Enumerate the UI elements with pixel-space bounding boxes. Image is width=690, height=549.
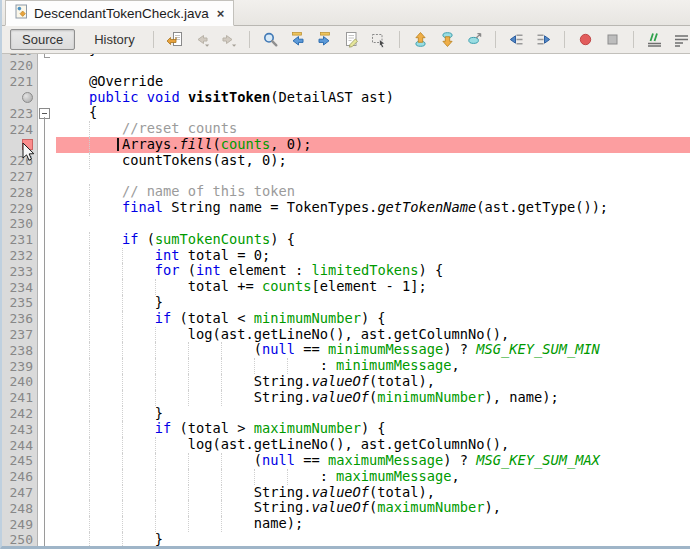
line-number-gutter[interactable]: 235 [2, 295, 38, 311]
code-text[interactable]: for (int element : limitedTokens) { [56, 263, 690, 279]
history-view-button[interactable]: History [83, 30, 145, 49]
line-number-gutter[interactable]: 243 [2, 421, 38, 437]
comment-icon[interactable] [643, 29, 666, 51]
code-text[interactable]: (null == maximumMessage) ? MSG_KEY_SUM_M… [56, 453, 690, 469]
code-text[interactable]: String.valueOf(minimumNumber), name); [56, 390, 690, 406]
code-text[interactable]: countTokens(ast, 0); [56, 153, 690, 169]
line-number-gutter[interactable]: 247 [2, 485, 38, 501]
code-text[interactable]: { [56, 105, 690, 121]
fold-margin [38, 200, 56, 216]
code-text[interactable]: int total = 0; [56, 248, 690, 264]
code-text[interactable]: } [56, 295, 690, 311]
code-text[interactable] [56, 58, 690, 74]
code-text[interactable]: final String name = TokenTypes.getTokenN… [56, 200, 690, 216]
line-number-gutter[interactable]: 246 [2, 469, 38, 485]
uncomment-icon[interactable] [670, 29, 690, 51]
toggle-highlight-search-icon[interactable] [340, 29, 363, 51]
source-view-button[interactable]: Source [10, 29, 75, 50]
code-text[interactable]: String.valueOf(total), [56, 485, 690, 501]
tab-descendanttokencheck-java[interactable]: DescendantTokenCheck.java × [5, 0, 234, 26]
last-edit-location-icon[interactable] [163, 29, 186, 51]
code-text[interactable]: : minimumMessage, [56, 358, 690, 374]
line-number-gutter[interactable]: 229 [2, 200, 38, 216]
stop-macro-recording-icon[interactable] [601, 29, 624, 51]
line-number-gutter[interactable]: 228 [2, 184, 38, 200]
tab-close-button[interactable]: × [215, 6, 225, 21]
code-line: 235} [2, 295, 690, 311]
line-number-gutter[interactable]: 241 [2, 390, 38, 406]
code-text[interactable]: //reset counts [56, 121, 690, 137]
line-number: 229 [10, 201, 33, 216]
code-editor[interactable]: 219}220221@Overridepublic void visitToke… [2, 54, 690, 546]
previous-bookmark-icon[interactable] [409, 29, 432, 51]
code-text[interactable]: if (sumTokenCounts) { [56, 232, 690, 248]
code-line: 232int total = 0; [2, 248, 690, 264]
code-line: 223{ [2, 105, 690, 121]
code-text[interactable]: log(ast.getLineNo(), ast.getColumnNo(), [56, 327, 690, 343]
shift-line-right-icon[interactable] [532, 29, 555, 51]
code-text[interactable] [56, 216, 690, 232]
line-number-gutter[interactable]: 220 [2, 58, 38, 74]
code-text[interactable]: name); [56, 516, 690, 532]
code-token: ) { [270, 231, 295, 247]
code-text[interactable]: } [56, 406, 690, 422]
line-number-gutter[interactable]: 240 [2, 374, 38, 390]
code-text[interactable]: public void visitToken(DetailAST ast) [56, 90, 690, 106]
code-token: total = 0; [180, 247, 271, 263]
indent-guide [89, 469, 122, 485]
code-text[interactable]: (null == minimumMessage) ? MSG_KEY_SUM_M… [56, 342, 690, 358]
line-number-gutter[interactable]: 242 [2, 406, 38, 422]
line-number-gutter[interactable]: 231 [2, 232, 38, 248]
forward-icon[interactable] [217, 29, 240, 51]
indent-guide [89, 153, 122, 169]
code-text[interactable]: : maximumMessage, [56, 469, 690, 485]
line-number-gutter[interactable]: 250 [2, 532, 38, 546]
code-text[interactable]: if (total < minimumNumber) { [56, 311, 690, 327]
code-text[interactable]: @Override [56, 74, 690, 90]
indent-guide [122, 500, 155, 516]
shift-line-left-icon[interactable] [505, 29, 528, 51]
find-selection-icon[interactable] [259, 29, 282, 51]
line-number-gutter[interactable]: 248 [2, 500, 38, 516]
code-token: // name of this token [122, 183, 295, 199]
line-number-gutter[interactable]: 249 [2, 516, 38, 532]
code-text[interactable]: String.valueOf(total), [56, 374, 690, 390]
code-token: getTokenName [377, 199, 476, 215]
line-number-gutter[interactable]: 221 [2, 74, 38, 90]
line-number-gutter[interactable]: 245 [2, 453, 38, 469]
code-token: ) { [419, 262, 444, 278]
code-text[interactable]: if (total > maximumNumber) { [56, 421, 690, 437]
code-token: } [89, 54, 97, 57]
indent-guide [188, 342, 221, 358]
toggle-bookmark-icon[interactable] [463, 29, 486, 51]
code-text[interactable]: // name of this token [56, 184, 690, 200]
code-text[interactable]: log(ast.getLineNo(), ast.getColumnNo(), [56, 437, 690, 453]
line-number-gutter[interactable]: 238 [2, 342, 38, 358]
find-previous-icon[interactable] [286, 29, 309, 51]
code-token: minimumNumber [377, 389, 484, 405]
find-next-icon[interactable] [313, 29, 336, 51]
line-number-gutter[interactable]: 230 [2, 216, 38, 232]
line-number-gutter[interactable]: 237 [2, 327, 38, 343]
line-number-gutter[interactable]: 223 [2, 105, 38, 121]
rectangular-selection-icon[interactable] [367, 29, 390, 51]
code-text[interactable]: } [56, 532, 690, 546]
line-number-gutter[interactable]: 244 [2, 437, 38, 453]
code-text[interactable]: Arrays.fill(counts, 0); [56, 137, 690, 153]
code-text[interactable]: total += counts[element - 1]; [56, 279, 690, 295]
line-number-gutter[interactable]: 239 [2, 358, 38, 374]
line-number-gutter[interactable]: 236 [2, 311, 38, 327]
line-number-gutter[interactable]: 232 [2, 248, 38, 264]
back-icon[interactable] [190, 29, 213, 51]
line-number-gutter[interactable]: 234 [2, 279, 38, 295]
code-text[interactable]: String.valueOf(maximumNumber), [56, 500, 690, 516]
line-number-gutter[interactable] [2, 90, 38, 106]
line-number-gutter[interactable]: 224 [2, 121, 38, 137]
start-macro-recording-icon[interactable] [574, 29, 597, 51]
next-bookmark-icon[interactable] [436, 29, 459, 51]
code-text[interactable] [56, 169, 690, 185]
line-number-gutter[interactable]: 233 [2, 263, 38, 279]
code-token: String. [254, 373, 312, 389]
line-number: 236 [10, 311, 33, 326]
line-number-gutter[interactable]: 227 [2, 169, 38, 185]
